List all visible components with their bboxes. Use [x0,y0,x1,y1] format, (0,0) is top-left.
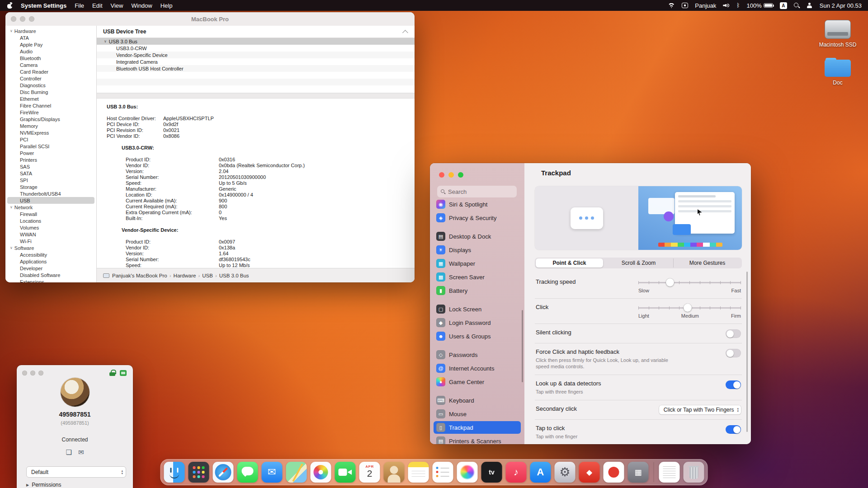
dock-safari[interactable] [213,462,234,483]
sidebar-item-screen-saver[interactable]: ▩Screen Saver [434,271,521,283]
desktop-icon-macintosh-ssd[interactable]: Macintosh SSD [809,20,866,48]
close-button[interactable] [11,16,16,22]
sysinfo-sidebar-disc-burning[interactable]: Disc Burning [7,89,94,95]
sysinfo-sidebar-usb[interactable]: USB [7,197,94,204]
minimize-button[interactable] [448,172,454,178]
sysinfo-sidebar-graphics-displays[interactable]: Graphics/Displays [7,116,94,122]
dock-app-red[interactable] [604,462,624,483]
sysinfo-sidebar-wi-fi[interactable]: Wi-Fi [7,238,94,244]
dock-app-gray[interactable]: ▦ [628,462,649,483]
user-switch-icon[interactable] [807,3,813,9]
spotlight-icon[interactable] [794,3,800,9]
zoom-button[interactable] [458,172,463,178]
permissions-disclosure[interactable]: ▶ Permissions [26,482,61,488]
usb-device-tree-header[interactable]: USB Device Tree [97,26,415,38]
dock-system-settings[interactable]: ⚙ [555,462,576,483]
breadcrumb-item[interactable]: USB 3.0 Bus [219,273,249,278]
sidebar-item-trackpad[interactable]: ▯Trackpad [434,421,521,434]
sysinfo-sidebar-parallel-scsi[interactable]: Parallel SCSI [7,143,94,150]
battery-status[interactable]: 100% [747,2,773,9]
force-click-and-haptic-feedback-toggle[interactable] [726,349,741,357]
sysinfo-sidebar-firewall[interactable]: Firewall [7,211,94,217]
menu-extra-icon[interactable] [682,3,688,8]
menu-bar-clock[interactable]: Sun 2 Apr 00.53 [820,2,862,9]
profile-select[interactable]: Default ▴▾ [26,466,126,478]
sysinfo-sidebar-applications[interactable]: Applications [7,258,94,265]
chat-badge-icon[interactable] [120,370,127,376]
zoom-button[interactable] [38,371,43,375]
dock-calendar[interactable]: APR2 [359,462,380,483]
secondary-click-select[interactable]: Click or Tap with Two Fingers▴▾ [659,405,741,414]
sidebar-item-login-password[interactable]: ◆Login Password [434,316,521,329]
dock-maps[interactable] [286,462,307,483]
tab-point-click[interactable]: Point & Click [536,258,603,267]
sidebar-scrollbar[interactable] [522,310,523,382]
sysinfo-sidebar-pci[interactable]: PCI [7,136,94,143]
sysinfo-sidebar-ata[interactable]: ATA [7,34,94,41]
breadcrumb-item[interactable]: Hardware [174,273,196,278]
volume-icon[interactable] [723,3,730,8]
sysinfo-sidebar-bluetooth[interactable]: Bluetooth [7,55,94,61]
slider-knob[interactable] [684,304,692,312]
sysinfo-sidebar-memory[interactable]: Memory [7,122,94,129]
usb-tree-row-integrated-camera[interactable]: Integrated Camera [97,58,415,65]
dock-siri[interactable] [457,462,478,483]
sysinfo-sidebar-fibre-channel[interactable]: Fibre Channel [7,102,94,109]
menu-view[interactable]: View [111,2,123,9]
usb-tree-row-bluetooth-usb-host-controller[interactable]: Bluetooth USB Host Controller [97,65,415,72]
breadcrumb-item[interactable]: USB [202,273,213,278]
sysinfo-sidebar-card-reader[interactable]: Card Reader [7,68,94,75]
tab-more-gestures[interactable]: More Gestures [673,258,741,267]
input-source-badge[interactable]: A [780,2,787,9]
sysinfo-sidebar-diagnostics[interactable]: Diagnostics [7,82,94,89]
dock-notes[interactable] [408,462,429,483]
sidebar-item-game-center[interactable]: ●Game Center [434,375,521,388]
message-icon[interactable]: ✉ [78,448,84,456]
tracking-speed-slider[interactable] [638,278,741,286]
sidebar-item-passwords[interactable]: ◇Passwords [434,348,521,361]
dock-app-store[interactable]: A [530,462,551,483]
sidebar-item-battery[interactable]: ▮Battery [434,284,521,297]
close-button[interactable] [22,371,27,375]
menu-help[interactable]: Help [160,2,173,9]
sysinfo-sidebar-sata[interactable]: SATA [7,170,94,177]
sysinfo-sidebar-locations[interactable]: Locations [7,217,94,224]
menu-file[interactable]: File [75,2,84,9]
usb-tree-row-vendor-specific-device[interactable]: Vendor-Specific Device [97,52,415,58]
sysinfo-sidebar-disabled-software[interactable]: Disabled Software [7,272,94,278]
sysinfo-sidebar-nvmexpress[interactable]: NVMExpress [7,129,94,136]
sidebar-item-privacy-security[interactable]: ◈Privacy & Security [434,211,521,224]
dock-textedit[interactable] [659,462,680,483]
apple-menu-icon[interactable] [7,2,13,9]
username-status[interactable]: Panjuak [695,2,716,9]
wifi-icon[interactable] [668,3,675,8]
sysinfo-sidebar-developer[interactable]: Developer [7,265,94,272]
sysinfo-sidebar-camera[interactable]: Camera [7,61,94,68]
breadcrumb-item[interactable]: Panjuak's MacBook Pro [112,273,167,278]
sidebar-item-printers-scanners[interactable]: ▤Printers & Scanners [434,435,521,444]
tap-to-click-toggle[interactable] [726,425,741,434]
silent-clicking-toggle[interactable] [726,329,741,338]
dock-photos[interactable] [311,462,331,483]
dock-trash[interactable] [684,462,704,483]
dock-mail[interactable]: ✉ [262,462,283,483]
sidebar-item-users-groups[interactable]: ☻Users & Groups [434,330,521,343]
dock-contacts[interactable] [384,462,405,483]
menu-window[interactable]: Window [131,2,152,9]
click-slider[interactable] [638,304,741,312]
sysinfo-sidebar-audio[interactable]: Audio [7,48,94,55]
sysinfo-sidebar-hardware[interactable]: ∨Hardware [7,28,94,34]
sysinfo-sidebar-extensions[interactable]: Extensions [7,278,94,282]
sysinfo-sidebar-ethernet[interactable]: Ethernet [7,95,94,102]
app-menu-title[interactable]: System Settings [21,2,66,9]
sysinfo-sidebar-storage[interactable]: Storage [7,183,94,190]
dock-finder[interactable] [164,462,185,483]
menu-edit[interactable]: Edit [92,2,102,9]
bluetooth-icon[interactable]: ᛒ [736,3,740,8]
sidebar-item-lock-screen[interactable]: ▢Lock Screen [434,303,521,315]
sysinfo-sidebar-software[interactable]: ∨Software [7,244,94,251]
dock-facetime[interactable] [335,462,356,483]
usb-tree-row-usb3-0-crw[interactable]: USB3.0-CRW [97,45,415,52]
dock-launchpad[interactable] [189,462,209,483]
slider-knob[interactable] [666,278,674,286]
